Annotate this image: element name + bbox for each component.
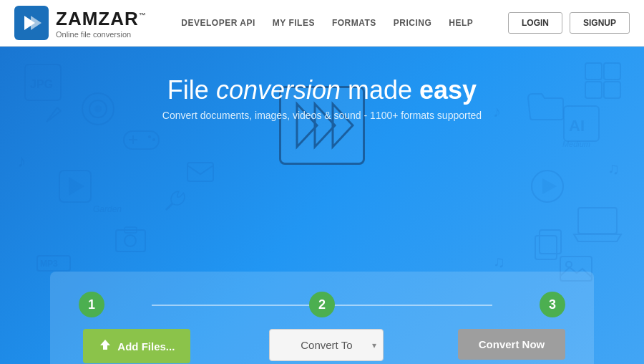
bg-music2-icon: ♫	[605, 154, 630, 182]
add-files-button[interactable]: Add Files...	[83, 329, 190, 363]
nav-my-files[interactable]: MY FILES	[273, 18, 315, 28]
svg-rect-33	[535, 236, 557, 259]
svg-point-17	[152, 138, 155, 141]
upload-icon	[99, 338, 112, 354]
logo-tagline: Online file conversion	[56, 30, 147, 39]
svg-rect-23	[585, 63, 602, 80]
bg-garden-text: Garden	[93, 204, 122, 214]
bg-circle-icon	[79, 90, 118, 132]
bg-play2-icon	[530, 168, 565, 207]
nav-right: LOGIN SIGNUP	[508, 12, 630, 34]
nav-formats[interactable]: FORMATS	[332, 18, 376, 28]
svg-rect-39	[187, 163, 213, 181]
bg-music-icon: ♪	[14, 147, 39, 175]
step-2-col: Convert To ▾	[269, 329, 384, 361]
svg-point-10	[94, 105, 102, 112]
svg-rect-26	[604, 82, 620, 98]
svg-rect-32	[578, 208, 617, 234]
signup-button[interactable]: SIGNUP	[570, 12, 630, 34]
svg-text:MP3: MP3	[40, 259, 58, 269]
bg-wrench-icon	[165, 190, 186, 214]
svg-point-16	[148, 135, 151, 138]
svg-text:AI: AI	[569, 117, 585, 135]
svg-rect-34	[540, 230, 561, 254]
logo-text-area: ZAMZAR™ Online file conversion	[56, 8, 147, 39]
step-2-indicator: 2	[309, 292, 335, 317]
svg-point-19	[125, 235, 136, 246]
login-button[interactable]: LOGIN	[508, 12, 562, 34]
bg-jpg-icon: JPG	[21, 61, 64, 107]
step-3-col: Convert Now (And agree to our Terms) ✉ E…	[458, 329, 565, 364]
step-1-indicator: 1	[79, 292, 104, 317]
logo-area: ZAMZAR™ Online file conversion	[14, 6, 147, 40]
bg-photo-icon	[114, 226, 147, 256]
header: ZAMZAR™ Online file conversion DEVELOPER…	[0, 0, 644, 47]
bg-gamepad-icon	[122, 125, 161, 157]
bg-music3-icon: ♪	[490, 97, 515, 125]
hero-title: File conversion made easy	[167, 75, 477, 105]
step-1-col: Add Files... Drag & drop files, or selec…	[79, 329, 195, 364]
convert-to-select[interactable]: Convert To	[269, 329, 384, 361]
nav-help[interactable]: HELP	[449, 18, 473, 28]
step-3-indicator: 3	[540, 292, 565, 317]
bg-folder-icon	[526, 90, 565, 125]
bg-play-icon	[57, 168, 93, 207]
convert-now-button[interactable]: Convert Now	[458, 329, 565, 360]
svg-line-5	[57, 107, 61, 111]
main-nav: DEVELOPER API MY FILES FORMATS PRICING H…	[181, 18, 473, 28]
bg-medium-text: Medium	[562, 140, 590, 148]
nav-developer-api[interactable]: DEVELOPER API	[181, 18, 255, 28]
svg-rect-24	[604, 63, 620, 80]
svg-text:♪: ♪	[493, 102, 501, 120]
svg-text:♪: ♪	[17, 151, 26, 171]
svg-marker-12	[69, 177, 84, 196]
svg-text:♫: ♫	[608, 160, 620, 178]
svg-marker-31	[542, 178, 557, 194]
bg-envelope-icon	[186, 161, 215, 186]
svg-marker-1	[31, 16, 42, 30]
bg-pencil-icon	[43, 104, 64, 128]
hero-subtitle: Convert documents, images, videos & soun…	[162, 110, 482, 121]
steps-container: 1 2 3 Add Files... Drag & drop files, or…	[50, 272, 594, 364]
logo-name: ZAMZAR™	[56, 8, 147, 30]
step-indicators: 1 2 3	[79, 292, 565, 317]
step-controls: Add Files... Drag & drop files, or selec…	[79, 329, 565, 364]
bg-grid-icon	[583, 61, 623, 103]
bg-laptop-icon	[572, 204, 623, 246]
convert-to-wrapper: Convert To ▾	[269, 329, 384, 361]
svg-rect-25	[585, 82, 602, 98]
svg-point-36	[566, 262, 572, 267]
hero-section: JPG ♪	[0, 47, 644, 364]
svg-text:♫: ♫	[493, 253, 505, 271]
zamzar-logo-icon	[14, 6, 49, 40]
svg-marker-43	[100, 340, 110, 350]
svg-text:JPG: JPG	[30, 78, 53, 90]
nav-pricing[interactable]: PRICING	[394, 18, 432, 28]
